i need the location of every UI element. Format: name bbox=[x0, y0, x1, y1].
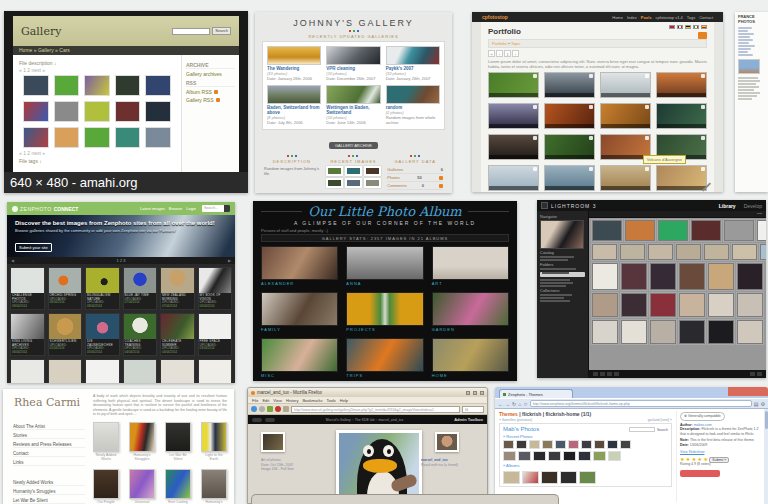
nav-link[interactable]: Tags bbox=[687, 15, 695, 20]
photo-thumbnail[interactable] bbox=[607, 440, 618, 449]
photo-thumbnail[interactable] bbox=[679, 263, 705, 290]
artwork-item[interactable]: Humanity's Struggles bbox=[129, 422, 155, 461]
photo-thumbnail[interactable] bbox=[529, 440, 540, 449]
photo-thumbnail[interactable] bbox=[563, 451, 576, 461]
portfolio-photo[interactable] bbox=[488, 103, 539, 129]
gallery-card[interactable]: Paykk's 2007(10 photos)Date: January 26t… bbox=[386, 46, 440, 81]
google-search-box[interactable]: G bbox=[462, 406, 484, 413]
photo-thumbnail[interactable] bbox=[503, 451, 516, 461]
photo-thumbnail[interactable] bbox=[708, 320, 734, 344]
recent-image-thumbnail[interactable] bbox=[326, 178, 343, 188]
zen-photo-card[interactable] bbox=[85, 359, 120, 383]
recent-image-thumbnail[interactable] bbox=[364, 166, 381, 176]
recent-image-thumbnail[interactable] bbox=[345, 178, 362, 188]
zen-photo-card[interactable]: CHALLENGE PHOTOSUPLOADED:09/04/2014 bbox=[10, 267, 45, 310]
photo-thumbnail[interactable] bbox=[650, 320, 676, 344]
pager-button[interactable]: « bbox=[488, 50, 495, 57]
album-thumbnail[interactable] bbox=[503, 471, 520, 484]
previous-theme-link[interactable]: « flamelles (previous) bbox=[499, 418, 532, 422]
header-button[interactable] bbox=[252, 418, 262, 422]
album-photo-caption[interactable]: ART bbox=[432, 281, 509, 286]
artwork-thumbnail[interactable] bbox=[129, 422, 155, 452]
artwork-thumbnail[interactable] bbox=[93, 469, 119, 499]
photo-thumbnail[interactable] bbox=[548, 451, 561, 461]
photo-thumbnail[interactable] bbox=[724, 220, 754, 241]
artwork-thumbnail[interactable] bbox=[201, 422, 227, 452]
photo-thumbnail[interactable] bbox=[760, 244, 766, 260]
album-photo[interactable] bbox=[261, 246, 338, 280]
zen-hero-button[interactable]: Submit your site bbox=[15, 243, 52, 252]
zen-photo-card[interactable]: KING LIVING ARCHIVESUPLOADED:06/04/2014 bbox=[10, 313, 45, 356]
photo-thumbnail[interactable] bbox=[578, 451, 591, 461]
photo-thumbnail[interactable] bbox=[621, 293, 647, 317]
photo-thumbnail[interactable] bbox=[650, 263, 676, 290]
minimize-button[interactable] bbox=[466, 391, 470, 395]
menu-item[interactable]: Edit bbox=[262, 398, 269, 403]
photo-thumbnail[interactable] bbox=[568, 440, 579, 449]
next-photo-thumbnail[interactable] bbox=[435, 432, 459, 452]
nav-link[interactable]: cpfotostop v1.4 bbox=[656, 15, 683, 20]
photo-thumbnail[interactable] bbox=[592, 263, 618, 290]
result-thumbnail-chrome-zenphoto[interactable]: Zenphoto - Themes ←→↻⌂☆ http://www.zenph… bbox=[495, 387, 768, 504]
album-photo[interactable] bbox=[346, 246, 423, 280]
gallery-card[interactable]: random(2 photos)Random images from whole… bbox=[386, 85, 440, 125]
photo-thumbnail[interactable] bbox=[621, 320, 647, 344]
zen-photo-card[interactable]: COACHES TRAININGUPLOADED:04/04/2014 bbox=[123, 313, 158, 356]
tux-photo[interactable] bbox=[336, 430, 422, 504]
nav-link[interactable]: Contact bbox=[699, 15, 713, 20]
menu-item[interactable]: File bbox=[252, 398, 258, 403]
album-photo-item[interactable]: GARDEN bbox=[432, 292, 509, 334]
album-photo[interactable] bbox=[432, 338, 509, 372]
admin-toolbox-link[interactable]: Admin Toolbox bbox=[454, 417, 483, 422]
artwork-item[interactable]: Humanity's Shelter bbox=[201, 469, 227, 504]
zen-photo-card[interactable]: ORCHID SPRINGUPLOADED:08/04/2014 bbox=[48, 267, 83, 310]
album-photo-caption[interactable]: HOME bbox=[432, 373, 509, 378]
menu-item[interactable]: History bbox=[286, 398, 298, 403]
photo-thumbnail[interactable] bbox=[608, 451, 621, 461]
portfolio-photo[interactable] bbox=[656, 103, 707, 129]
albums-header[interactable]: » Albums bbox=[503, 463, 668, 468]
album-photo-item[interactable]: PROJECTS bbox=[346, 292, 423, 334]
album-thumbnail[interactable] bbox=[579, 471, 596, 484]
photo-thumbnail[interactable] bbox=[679, 293, 705, 317]
photo-thumbnail[interactable] bbox=[704, 244, 729, 260]
zen-photo-card[interactable]: CELEBRATE SUMMERUPLOADED:04/04/2014 bbox=[160, 313, 195, 356]
zen-photo-card[interactable]: BILINGUALISM NATUREUPLOADED:08/04/2014 bbox=[85, 267, 120, 310]
portfolio-breadcrumb[interactable]: Portfolio » Topic bbox=[488, 39, 707, 48]
result-thumbnail-firefox-tux[interactable]: marcel_and_tux - Mozilla Firefox FileEdi… bbox=[247, 387, 488, 504]
artwork-thumbnail[interactable] bbox=[201, 469, 227, 499]
photo-thumbnail[interactable] bbox=[737, 293, 763, 317]
menu-item[interactable]: Help bbox=[340, 398, 348, 403]
zen-photo-card[interactable]: SCHWERTLILIENUPLOADED:05/04/2014 bbox=[48, 313, 83, 356]
album-photo[interactable] bbox=[432, 246, 509, 280]
amahi-pagination-bottom[interactable]: « 1 2 next » bbox=[19, 150, 175, 156]
artwork-item[interactable]: Our Fragile Earth bbox=[93, 469, 119, 504]
zen-brand-light[interactable]: ZENPHOTO bbox=[20, 206, 52, 212]
menu-item[interactable]: View bbox=[273, 398, 282, 403]
photo-thumbnail[interactable] bbox=[737, 263, 763, 290]
album-photo[interactable] bbox=[432, 292, 509, 326]
module-library[interactable]: Library bbox=[719, 203, 736, 209]
back-icon[interactable]: ← bbox=[498, 401, 503, 407]
portfolio-photo[interactable] bbox=[600, 165, 651, 191]
zen-pager-bar[interactable]: ◀1 2 3▶ bbox=[7, 257, 235, 264]
nav-link[interactable]: Latest images bbox=[140, 206, 165, 211]
menu-link[interactable]: Let War Be Silent bbox=[13, 498, 85, 504]
gallery-card-title[interactable]: Baden, Switzerland from above bbox=[267, 105, 321, 115]
album-photo[interactable] bbox=[346, 292, 423, 326]
gallery-card[interactable]: Baden, Switzerland from above(8 photos)D… bbox=[267, 85, 321, 125]
nav-link[interactable]: Login bbox=[186, 206, 196, 211]
reload-icon[interactable]: ↻ bbox=[512, 401, 516, 407]
reload-button-icon[interactable] bbox=[267, 406, 273, 412]
photo-thumbnail[interactable] bbox=[592, 320, 618, 344]
photo-thumbnail[interactable] bbox=[503, 440, 514, 449]
photo-thumbnail[interactable] bbox=[542, 440, 553, 449]
gallery-card[interactable]: VPR cleaning(10 photos)Date: December 26… bbox=[326, 46, 380, 81]
amahi-search-input[interactable] bbox=[172, 28, 210, 35]
france-links[interactable] bbox=[738, 27, 765, 56]
maximize-button[interactable] bbox=[473, 391, 477, 395]
photo-thumbnail[interactable] bbox=[594, 440, 605, 449]
flag-it-icon[interactable] bbox=[693, 25, 699, 29]
rss-button[interactable] bbox=[698, 32, 707, 39]
album-thumbnail[interactable] bbox=[522, 471, 539, 484]
